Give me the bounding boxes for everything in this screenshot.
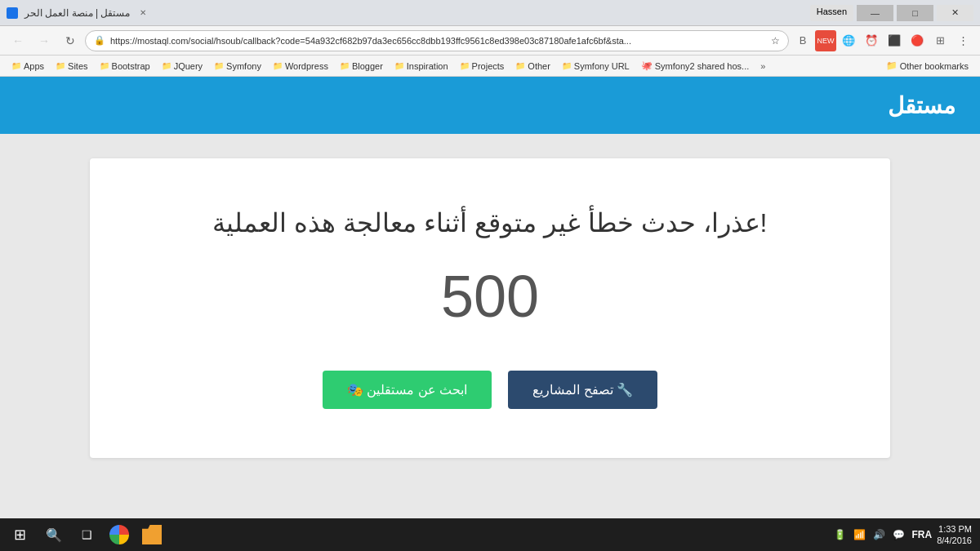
bookmarks-more[interactable]: » — [757, 60, 768, 73]
folder-icon: 📁 — [214, 61, 224, 70]
file-explorer-icon — [142, 525, 162, 544]
folder-icon: 📁 — [100, 61, 109, 70]
bookmark-label: Symfony2 shared hos... — [655, 61, 750, 71]
minimize-button[interactable]: — — [857, 5, 893, 21]
address-bar[interactable]: 🔒 https://mostaql.com/social/hsoub/callb… — [85, 30, 789, 51]
bookmark-inspiration[interactable]: 📁 Inspiration — [390, 60, 453, 73]
taskbar: ⊞ 🔍 ❑ 🔋 📶 🔊 💬 FRA 1:33 PM 8/4/2016 — [0, 518, 980, 551]
bookmark-label: Wordpress — [285, 61, 328, 71]
other-bookmarks[interactable]: 📁 Other bookmarks — [881, 59, 973, 73]
github-icon: 🐙 — [641, 60, 653, 71]
clock-icon[interactable]: ⏰ — [861, 30, 882, 51]
new-icon[interactable]: NEW — [815, 30, 836, 51]
bookmark-wordpress[interactable]: 📁 Wordpress — [268, 60, 333, 73]
bookmark-other[interactable]: 📁 Other — [510, 60, 555, 73]
bookmark-label: Symfony — [226, 61, 261, 71]
bookmark-label: Apps — [24, 61, 44, 71]
back-button[interactable]: ← — [7, 29, 29, 52]
error-code: 500 — [122, 263, 858, 330]
taskbar-date-display: 8/4/2016 — [937, 535, 972, 546]
error-title: !عذرا، حدث خطأ غير متوقع أثناء معالجة هذ… — [122, 207, 858, 238]
bookmark-label: Bootstrap — [112, 61, 150, 71]
error-content-area: !عذرا، حدث خطأ غير متوقع أثناء معالجة هذ… — [0, 134, 980, 551]
translate-icon[interactable]: 🌐 — [838, 30, 859, 51]
bookmark-label: Projects — [472, 61, 505, 71]
page-wrapper: مستقل !عذرا، حدث خطأ غير متوقع أثناء معا… — [0, 77, 980, 551]
task-view-button[interactable]: ❑ — [72, 520, 101, 549]
bookmark-blogger[interactable]: 📁 Blogger — [335, 60, 388, 73]
window-controls: Hassen — □ ✕ — [810, 5, 973, 21]
nav-icons-right: B NEW 🌐 ⏰ ⬛ 🔴 ⊞ ⋮ — [792, 30, 973, 51]
refresh-button[interactable]: ↻ — [59, 29, 82, 52]
site-header: مستقل — [0, 77, 980, 134]
forward-button[interactable]: → — [33, 29, 56, 52]
bookmark-jquery[interactable]: 📁 JQuery — [157, 60, 207, 73]
taskbar-clock: 1:33 PM 8/4/2016 — [937, 523, 972, 547]
folder-icon: 📁 — [11, 61, 21, 70]
bookmark-label: Other — [528, 61, 550, 71]
bookmark-symfony-url[interactable]: 📁 Symfony URL — [557, 60, 635, 73]
folder-icon: 📁 — [273, 61, 283, 70]
bookmark-label: Inspiration — [407, 61, 448, 71]
bookmark-label: JQuery — [174, 61, 203, 71]
other-bookmarks-icon: 📁 — [886, 60, 898, 71]
url-text: https://mostaql.com/social/hsoub/callbac… — [110, 36, 766, 46]
taskbar-system-icons: 🔋 📶 🔊 💬 — [832, 527, 907, 543]
close-button[interactable]: ✕ — [937, 5, 973, 21]
other-bookmarks-label: Other bookmarks — [900, 61, 969, 71]
user-badge: Hassen — [810, 5, 853, 21]
star-icon[interactable]: ☆ — [771, 35, 780, 47]
folder-icon: 📁 — [562, 61, 572, 70]
folder-icon: 📁 — [340, 61, 350, 70]
bookmark-symfony2-shared[interactable]: 🐙 Symfony2 shared hos... — [636, 59, 755, 73]
search-button[interactable]: 🔍 — [39, 520, 69, 549]
chrome-icon — [109, 525, 129, 544]
nav-bar: ← → ↻ 🔒 https://mostaql.com/social/hsoub… — [0, 26, 980, 56]
wifi-icon: 📶 — [852, 527, 868, 543]
folder-icon: 📁 — [460, 61, 470, 70]
tab-title: مستقل | منصة العمل الحر — [24, 7, 130, 19]
error-buttons: 🔧 تصفح المشاريع ابحث عن مستقلين 🎭 — [122, 371, 858, 409]
extensions-button[interactable]: B — [792, 30, 813, 51]
lock-icon: 🔒 — [94, 35, 105, 46]
bookmark-projects[interactable]: 📁 Projects — [455, 60, 510, 73]
volume-icon: 🔊 — [871, 527, 888, 543]
maximize-button[interactable]: □ — [897, 5, 933, 21]
site-content: !عذرا، حدث خطأ غير متوقع أثناء معالجة هذ… — [0, 134, 980, 551]
taskbar-time-display: 1:33 PM — [937, 523, 972, 535]
start-button[interactable]: ⊞ — [3, 518, 36, 551]
extra-icon1[interactable]: ⬛ — [884, 30, 905, 51]
file-explorer-taskbar-item[interactable] — [137, 520, 167, 549]
bookmark-apps[interactable]: 📁 Apps — [7, 60, 49, 73]
bookmark-label: Sites — [68, 61, 87, 71]
bookmark-label: Symfony URL — [574, 61, 630, 71]
bookmark-symfony[interactable]: 📁 Symfony — [209, 60, 266, 73]
taskbar-right: 🔋 📶 🔊 💬 FRA 1:33 PM 8/4/2016 — [832, 523, 978, 547]
folder-icon: 📁 — [56, 61, 65, 70]
bookmark-label: Blogger — [352, 61, 383, 71]
folder-icon: 📁 — [394, 61, 404, 70]
browser-titlebar: مستقل | منصة العمل الحر ✕ Hassen — □ ✕ — [0, 0, 980, 26]
browse-projects-button[interactable]: 🔧 تصفح المشاريع — [508, 371, 657, 409]
bookmark-bootstrap[interactable]: 📁 Bootstrap — [95, 60, 155, 73]
menu-button[interactable]: ⋮ — [952, 30, 973, 51]
site-logo: مستقل — [888, 92, 956, 119]
folder-icon: 📁 — [515, 61, 525, 70]
chrome-taskbar-item[interactable] — [105, 520, 134, 549]
extra-icon3[interactable]: ⊞ — [929, 30, 951, 51]
search-freelancers-button[interactable]: ابحث عن مستقلين 🎭 — [323, 371, 492, 409]
language-indicator: FRA — [912, 529, 933, 540]
bookmark-sites[interactable]: 📁 Sites — [51, 60, 92, 73]
extra-icon2[interactable]: 🔴 — [906, 30, 928, 51]
notification-icon: 💬 — [891, 527, 907, 543]
tab-close-btn[interactable]: ✕ — [136, 7, 149, 20]
tab-favicon — [7, 7, 18, 19]
folder-icon: 📁 — [162, 61, 172, 70]
battery-icon: 🔋 — [832, 527, 849, 543]
bookmarks-bar: 📁 Apps 📁 Sites 📁 Bootstrap 📁 JQuery 📁 Sy… — [0, 56, 980, 77]
error-card: !عذرا، حدث خطأ غير متوقع أثناء معالجة هذ… — [90, 158, 890, 458]
